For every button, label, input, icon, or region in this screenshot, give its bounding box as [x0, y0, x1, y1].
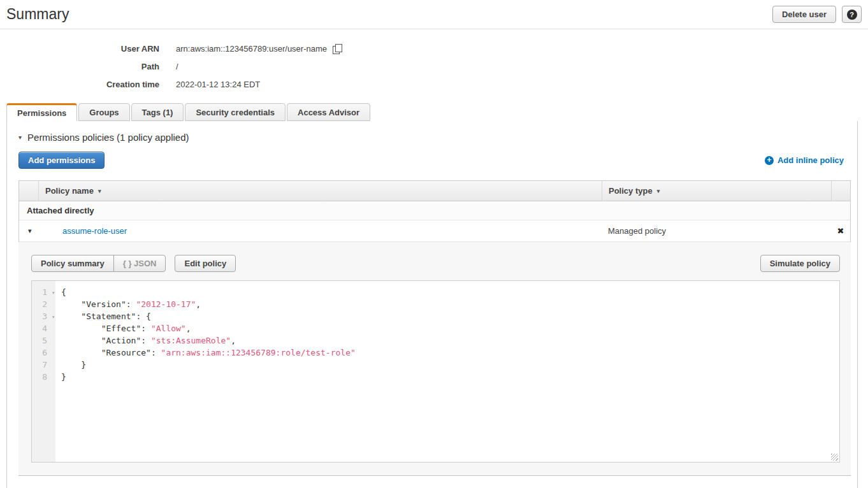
add-permissions-button[interactable]: Add permissions: [18, 152, 105, 169]
line-number: 4: [32, 322, 55, 334]
tab-permissions[interactable]: Permissions: [6, 103, 77, 121]
code-line: {: [61, 286, 839, 298]
iam-user-summary-page: Summary Delete user ? User ARNarn:aws:ia…: [0, 0, 868, 488]
table-row: ▾assume-role-userManaged policy✖: [19, 220, 850, 242]
code-token: "2012-10-17": [136, 299, 196, 309]
line-number: 8: [32, 371, 55, 383]
fold-caret-icon[interactable]: ▾: [52, 311, 55, 323]
permissions-policies-heading[interactable]: ▾ Permissions policies (1 policy applied…: [7, 121, 857, 143]
detail-row: User ARNarn:aws:iam::123456789:user/user…: [0, 39, 868, 57]
code-token: "Allow": [151, 324, 186, 333]
code-token: }: [61, 360, 86, 370]
code-token: [61, 299, 81, 309]
detail-value: /: [176, 62, 178, 71]
policy-view-buttons: Policy summary { } JSON Edit policy: [31, 255, 236, 272]
policy-name-header-label: Policy name: [45, 186, 94, 196]
delete-user-button[interactable]: Delete user: [772, 6, 836, 23]
page-title: Summary: [6, 6, 69, 23]
attached-policies-table: Policy name ▾ Policy type ▾ Attached dir…: [18, 180, 851, 242]
tab-security-credentials[interactable]: Security credentials: [185, 103, 286, 121]
remove-cell: ✖: [831, 220, 850, 241]
table-header-remove: [831, 181, 850, 201]
detail-label: Creation time: [0, 80, 159, 89]
sort-caret-icon: ▾: [98, 188, 101, 194]
table-header-row: Policy name ▾ Policy type ▾: [19, 181, 850, 201]
code-line: }: [61, 359, 839, 371]
policy-name-cell: assume-role-user: [38, 220, 602, 241]
detail-value: arn:aws:iam::123456789:user/user-name: [176, 44, 342, 54]
plus-circle-icon: +: [765, 156, 774, 165]
line-number: 2: [32, 298, 55, 310]
tab-tags-1[interactable]: Tags (1): [131, 103, 184, 121]
policy-json-editor[interactable]: 1▾23▾45678 { "Version": "2012-10-17", "S…: [31, 280, 840, 463]
code-token: [61, 336, 101, 345]
code-token: "arn:aws:iam::123456789:role/test-role": [161, 348, 356, 357]
add-inline-policy-link[interactable]: + Add inline policy: [765, 155, 844, 165]
policy-type-header-label: Policy type: [609, 186, 653, 196]
code-token: [61, 348, 101, 357]
editor-code-area[interactable]: { "Version": "2012-10-17", "Statement": …: [55, 281, 839, 462]
simulate-policy-button[interactable]: Simulate policy: [760, 255, 840, 272]
code-token: :: [126, 299, 136, 309]
code-line: "Version": "2012-10-17",: [61, 298, 839, 310]
table-group-row: Attached directly: [19, 201, 850, 220]
code-line: "Effect": "Allow",: [61, 322, 839, 334]
code-line: "Action": "sts:AssumeRole",: [61, 334, 839, 347]
table-header-policy-type[interactable]: Policy type ▾: [602, 181, 831, 201]
line-number: 6: [32, 347, 55, 359]
json-view-button[interactable]: { } JSON: [113, 255, 166, 272]
copy-icon[interactable]: [333, 44, 342, 54]
code-token: }: [61, 372, 66, 382]
user-details: User ARNarn:aws:iam::123456789:user/user…: [0, 29, 868, 93]
policy-detail-buttons: Policy summary { } JSON Edit policy Simu…: [31, 255, 840, 272]
code-line: "Statement": {: [61, 310, 839, 322]
line-number: 7: [32, 359, 55, 371]
policy-summary-button[interactable]: Policy summary: [31, 255, 114, 272]
collapse-caret-icon: ▾: [18, 134, 22, 141]
edit-policy-button[interactable]: Edit policy: [175, 255, 236, 272]
add-inline-policy-label: Add inline policy: [778, 155, 844, 165]
code-token: ,: [231, 336, 236, 345]
code-token: :: [151, 348, 161, 357]
table-body: ▾assume-role-userManaged policy✖: [19, 220, 850, 242]
policy-name-link[interactable]: assume-role-user: [62, 226, 127, 236]
fold-caret-icon[interactable]: ▾: [52, 287, 55, 299]
policy-actions-row: Add permissions + Add inline policy: [7, 143, 857, 169]
tab-access-advisor[interactable]: Access Advisor: [287, 103, 370, 121]
detail-label: User ARN: [0, 44, 159, 54]
expand-cell: ▾: [19, 220, 38, 241]
code-token: "Version": [81, 299, 126, 309]
remove-policy-icon[interactable]: ✖: [837, 226, 844, 236]
code-token: :: [141, 324, 151, 333]
code-token: "Resource": [101, 348, 151, 357]
tab-bar: PermissionsGroupsTags (1)Security creden…: [6, 103, 868, 121]
line-number: 3▾: [32, 310, 55, 322]
line-number: 1▾: [32, 286, 55, 298]
code-token: "Statement": [81, 312, 136, 321]
row-collapse-icon[interactable]: ▾: [28, 227, 32, 235]
code-token: ,: [186, 324, 191, 333]
detail-row: Creation time2022-01-12 13:24 EDT: [0, 75, 868, 93]
permissions-tab-panel: ▾ Permissions policies (1 policy applied…: [6, 121, 858, 488]
table-header-policy-name[interactable]: Policy name ▾: [38, 181, 602, 201]
tab-groups[interactable]: Groups: [78, 103, 129, 121]
editor-resize-handle[interactable]: [831, 454, 838, 461]
code-token: "sts:AssumeRole": [151, 336, 231, 345]
help-button[interactable]: ?: [842, 6, 862, 23]
code-token: [61, 324, 101, 333]
code-token: "Action": [101, 336, 141, 345]
detail-row: Path/: [0, 57, 868, 75]
table-header-expand: [19, 181, 38, 201]
code-token: ,: [196, 299, 201, 309]
section-heading-label: Permissions policies (1 policy applied): [27, 132, 189, 143]
page-header: Summary Delete user ?: [0, 0, 868, 29]
detail-value: 2022-01-12 13:24 EDT: [176, 80, 260, 89]
help-icon: ?: [847, 10, 857, 20]
detail-label: Path: [0, 62, 159, 71]
policy-view-toggle: Policy summary { } JSON: [31, 255, 166, 272]
code-token: : {: [136, 312, 150, 321]
code-token: :: [141, 336, 151, 345]
code-token: {: [61, 287, 66, 297]
line-number: 5: [32, 334, 55, 347]
code-line: "Resource": "arn:aws:iam::123456789:role…: [61, 347, 839, 359]
